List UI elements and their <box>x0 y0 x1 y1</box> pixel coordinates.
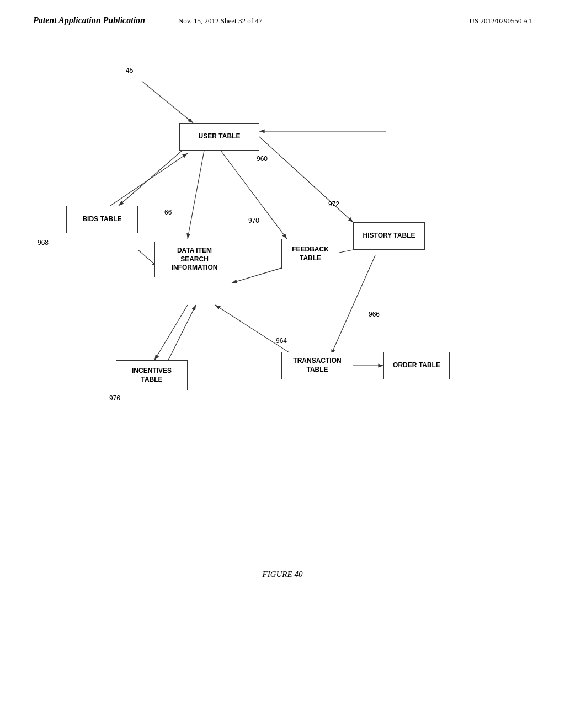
bids-table-box: BIDS TABLE <box>66 206 138 233</box>
svg-line-10 <box>110 153 188 206</box>
label-976: 976 <box>109 394 120 402</box>
figure-caption: FIGURE 40 <box>0 570 565 579</box>
incentives-table-box: INCENTIVES TABLE <box>116 360 188 390</box>
header-date: Nov. 15, 2012 Sheet 32 of 47 <box>178 17 262 25</box>
svg-line-5 <box>119 151 182 206</box>
label-968: 968 <box>38 239 49 247</box>
label-45: 45 <box>126 67 133 74</box>
svg-line-17 <box>331 255 375 355</box>
svg-line-18 <box>339 250 353 253</box>
diagram-area: 45 USER TABLE 960 BIDS TABLE 968 66 DATA… <box>0 35 565 559</box>
history-table-box: HISTORY TABLE <box>353 222 425 250</box>
svg-line-6 <box>188 151 204 239</box>
feedback-table-box: FEEDBACK TABLE <box>281 239 339 269</box>
diagram-svg <box>0 35 565 559</box>
svg-line-9 <box>221 151 287 239</box>
page-header: Patent Application Publication Nov. 15, … <box>0 0 565 29</box>
label-964: 964 <box>276 337 287 345</box>
header-patent: US 2012/0290550 A1 <box>470 17 532 25</box>
user-table-box: USER TABLE <box>179 123 259 151</box>
transaction-table-box: TRANSACTION TABLE <box>281 352 353 379</box>
order-table-box: ORDER TABLE <box>383 352 450 379</box>
label-970: 970 <box>248 217 259 224</box>
data-item-box: DATA ITEM SEARCH INFORMATION <box>154 242 234 277</box>
svg-line-14 <box>232 266 287 283</box>
svg-line-4 <box>142 82 193 123</box>
label-972: 972 <box>328 200 339 208</box>
label-960: 960 <box>257 155 268 163</box>
svg-line-13 <box>168 305 196 360</box>
header-title: Patent Application Publication <box>33 15 145 25</box>
svg-line-15 <box>215 305 292 355</box>
label-966: 966 <box>369 311 380 318</box>
label-66: 66 <box>164 208 172 216</box>
svg-line-12 <box>154 305 188 360</box>
svg-line-7 <box>259 137 353 222</box>
